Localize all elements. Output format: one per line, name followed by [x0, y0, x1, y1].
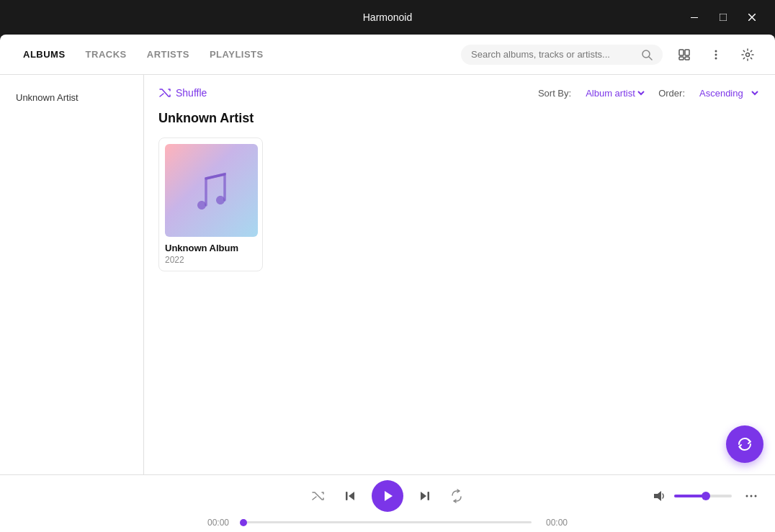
refresh-icon	[737, 436, 753, 452]
player-play-icon	[381, 490, 394, 502]
player-repeat-icon	[449, 489, 464, 503]
progress-track[interactable]	[243, 521, 532, 523]
sort-order-controls: Sort By: Album artist Title Year Order: …	[538, 87, 761, 99]
svg-point-20	[746, 495, 748, 497]
minimize-button[interactable]	[683, 6, 706, 29]
svg-marker-16	[385, 491, 393, 501]
more-options-button[interactable]	[703, 42, 729, 68]
svg-point-10	[715, 50, 717, 52]
progress-container: 00:00 00:00	[207, 518, 568, 528]
svg-rect-15	[346, 492, 348, 500]
player-more-button[interactable]	[742, 487, 761, 505]
svg-point-22	[755, 495, 757, 497]
player-bar: 00:00 00:00	[0, 474, 775, 532]
search-container	[461, 45, 663, 65]
volume-slider[interactable]	[674, 495, 732, 497]
order-select[interactable]: Ascending Descending	[696, 87, 761, 99]
order-label: Order:	[658, 88, 685, 99]
time-total: 00:00	[539, 518, 568, 528]
svg-rect-1	[720, 14, 727, 21]
tab-playlists[interactable]: PLAYLISTS	[201, 43, 272, 66]
search-input[interactable]	[471, 49, 635, 60]
player-more-icon	[745, 490, 758, 502]
svg-rect-18	[428, 492, 430, 500]
tab-albums[interactable]: ALBUMS	[14, 43, 74, 66]
svg-point-12	[715, 57, 717, 59]
search-icon	[641, 49, 653, 60]
svg-line-5	[649, 57, 652, 60]
album-art	[165, 144, 258, 237]
sidebar-item-unknown-artist[interactable]: Unknown Artist	[9, 86, 135, 109]
progress-thumb	[240, 519, 247, 526]
player-shuffle-icon	[311, 489, 326, 503]
main-content: Shuffle Sort By: Album artist Title Year…	[144, 75, 775, 474]
albums-grid: Unknown Album 2022	[158, 137, 761, 271]
app-title: Harmonoid	[363, 12, 412, 23]
titlebar: Harmonoid	[0, 0, 775, 35]
app-container: ALBUMS TRACKS ARTISTS PLAYLISTS	[0, 35, 775, 532]
close-button[interactable]	[740, 6, 763, 29]
player-play-button[interactable]	[372, 480, 403, 512]
volume-button[interactable]	[650, 487, 668, 505]
shuffle-icon	[158, 86, 171, 99]
content-area: Unknown Artist Shuffle Sort By: Album ar…	[0, 75, 775, 474]
top-nav: ALBUMS TRACKS ARTISTS PLAYLISTS	[0, 35, 775, 75]
svg-rect-0	[691, 17, 698, 18]
svg-rect-6	[679, 50, 684, 55]
content-header: Shuffle Sort By: Album artist Title Year…	[158, 86, 761, 99]
player-next-button[interactable]	[415, 486, 435, 506]
tab-tracks[interactable]: TRACKS	[77, 43, 135, 66]
time-current: 00:00	[207, 518, 236, 528]
svg-rect-8	[679, 57, 684, 60]
svg-point-11	[715, 53, 717, 55]
sort-select[interactable]: Album artist Title Year	[583, 87, 647, 99]
shuffle-button[interactable]: Shuffle	[158, 86, 207, 99]
player-controls	[14, 480, 761, 512]
volume-icon	[653, 490, 666, 502]
player-prev-icon	[343, 489, 357, 503]
svg-point-13	[746, 53, 750, 56]
artist-heading: Unknown Artist	[158, 111, 761, 126]
tab-artists[interactable]: ARTISTS	[138, 43, 198, 66]
player-shuffle-button[interactable]	[308, 486, 328, 506]
player-repeat-button[interactable]	[447, 486, 467, 506]
sort-label: Sort By:	[538, 88, 571, 99]
refresh-button[interactable]	[726, 425, 763, 463]
top-nav-icons	[671, 42, 761, 68]
svg-marker-17	[421, 492, 426, 500]
svg-marker-19	[654, 491, 661, 501]
svg-point-21	[751, 495, 753, 497]
volume-control	[650, 487, 732, 505]
library-icon-button[interactable]	[671, 42, 697, 68]
music-note-icon	[190, 166, 233, 216]
album-title: Unknown Album	[165, 243, 256, 253]
nav-tabs: ALBUMS TRACKS ARTISTS PLAYLISTS	[14, 43, 461, 66]
volume-thumb	[702, 492, 710, 500]
window-controls	[683, 6, 763, 29]
maximize-button[interactable]	[712, 6, 735, 29]
svg-rect-7	[685, 50, 689, 55]
album-card[interactable]: Unknown Album 2022	[158, 137, 263, 271]
svg-rect-9	[685, 57, 689, 60]
player-prev-button[interactable]	[340, 486, 360, 506]
svg-marker-14	[349, 492, 354, 500]
sidebar: Unknown Artist	[0, 75, 144, 474]
album-year: 2022	[165, 255, 256, 265]
settings-button[interactable]	[735, 42, 761, 68]
player-next-icon	[418, 489, 432, 503]
